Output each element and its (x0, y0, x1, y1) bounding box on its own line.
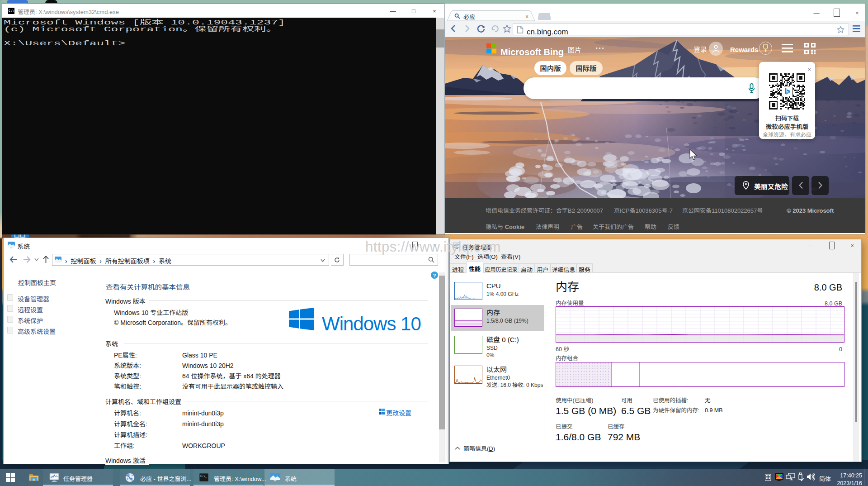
svg-text:C:\_: C:\_ (200, 474, 207, 478)
